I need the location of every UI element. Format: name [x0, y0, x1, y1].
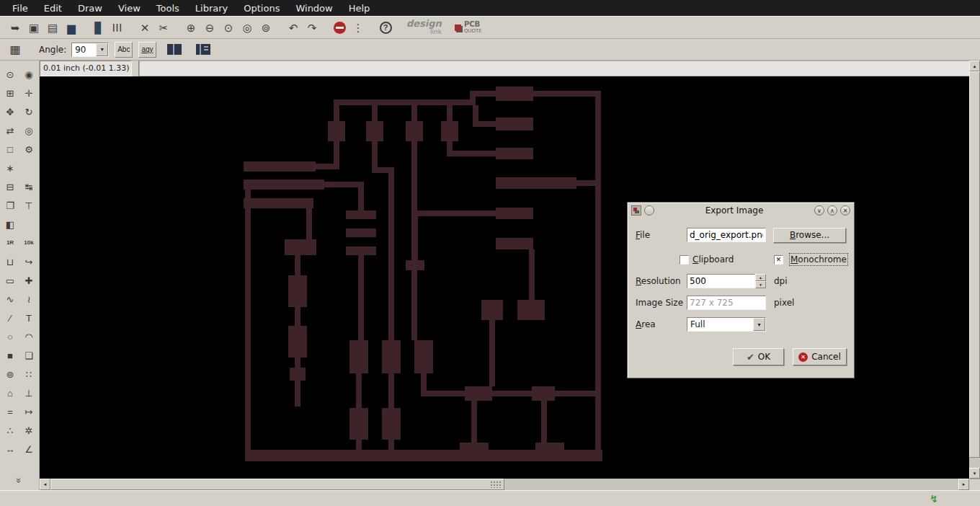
add-node-button[interactable]: ✚ — [19, 271, 38, 290]
scroll-up-button[interactable]: ▴ — [969, 61, 980, 71]
dot-tool-button[interactable]: ∗ — [1, 159, 19, 177]
zoom-all-button[interactable]: ◎ — [238, 18, 257, 37]
pin-button[interactable]: ⊤ — [19, 196, 38, 215]
snap-dots-button[interactable]: ⋮ — [349, 18, 368, 37]
measure-button[interactable]: ↔ — [1, 440, 19, 458]
window-menu-button[interactable] — [644, 205, 654, 216]
board-outline-button[interactable]: ⌂ — [1, 383, 19, 402]
monochrome-checkbox[interactable]: ✕ — [774, 255, 783, 265]
rectangle-tool-button[interactable]: □ — [1, 140, 19, 159]
origin-button[interactable]: ✛ — [19, 84, 38, 102]
menu-file[interactable]: File — [4, 1, 36, 15]
vertical-scroll-trough[interactable] — [969, 458, 980, 468]
angle-combobox[interactable]: 90 ▾ — [71, 43, 109, 57]
horizontal-scrollbar[interactable]: ◂ ▸ — [40, 479, 969, 490]
zoom-view-button[interactable]: ⊙ — [219, 18, 238, 37]
horizontal-scroll-trough[interactable] — [504, 479, 958, 490]
copy-button[interactable]: ❐ — [1, 196, 19, 215]
arc-tool-button[interactable]: ◠ — [19, 327, 38, 346]
menu-tools[interactable]: Tools — [148, 1, 187, 15]
file-input[interactable] — [687, 228, 766, 242]
area-dropdown-icon[interactable]: ▾ — [753, 318, 765, 331]
help-button[interactable]: ? — [376, 18, 395, 37]
grid-toggle-button[interactable]: ▦ — [6, 41, 24, 58]
delete-button[interactable]: ⊟ — [1, 177, 19, 196]
redo-button[interactable]: ↷ — [303, 18, 321, 37]
swap-button[interactable]: ↹ — [19, 177, 38, 196]
settings-wrench-button[interactable]: ⚙ — [19, 140, 38, 159]
zoom-out-button[interactable]: ⊖ — [200, 18, 219, 37]
angle-tool-button[interactable]: ∠ — [19, 440, 38, 458]
area-combobox[interactable]: Full ▾ — [687, 317, 766, 332]
browse-button[interactable]: Browse... — [773, 228, 846, 243]
via-array-button[interactable]: ∷ — [19, 365, 38, 383]
footprint-button[interactable]: ⊔ — [1, 252, 19, 271]
layer-stack-button[interactable]: ⊞ — [1, 84, 19, 102]
undo-button[interactable]: ↶ — [284, 18, 303, 37]
rotate-button[interactable]: ↻ — [19, 102, 38, 121]
zoom-in-button[interactable]: ⊕ — [182, 18, 200, 37]
goodies-bar-toggle-button[interactable] — [192, 41, 214, 58]
vertical-scrollbar[interactable]: ▴ ▾ — [969, 61, 980, 490]
scroll-down-button[interactable]: ▾ — [969, 468, 980, 479]
filled-shape-button[interactable]: ■ — [1, 346, 19, 365]
inductor-button[interactable]: ∿ — [1, 290, 19, 309]
library-button[interactable]: ☰ — [108, 18, 127, 37]
route-curve-button[interactable]: ↪ — [19, 252, 38, 271]
snap-target-button[interactable]: ◎ — [19, 121, 38, 140]
save-button[interactable]: ▣ — [24, 18, 43, 37]
menu-draw[interactable]: Draw — [70, 1, 110, 15]
scroll-right-button[interactable]: ▸ — [958, 479, 969, 490]
menu-help[interactable]: Help — [341, 1, 378, 15]
horizontal-scroll-thumb[interactable] — [50, 479, 504, 490]
mirror-button[interactable]: ⇄ — [1, 121, 19, 140]
auto-route-button[interactable]: ✲ — [19, 421, 38, 440]
circle-tool-button[interactable]: ○ — [1, 327, 19, 346]
dialog-titlebar[interactable]: Export Image ∨ ∧ ✕ — [628, 203, 854, 218]
freehand-button[interactable]: ≀ — [19, 290, 38, 309]
inspect-button[interactable]: ⊙ — [1, 65, 19, 84]
angle-dropdown-icon[interactable]: ▾ — [96, 43, 108, 56]
scatter-button[interactable]: ∴ — [1, 421, 19, 440]
clipboard-checkbox[interactable] — [680, 255, 689, 265]
zoom-board-button[interactable]: ⊚ — [257, 18, 275, 37]
component-button[interactable]: ▊ — [89, 18, 108, 37]
sheet-button[interactable]: ❏ — [19, 346, 38, 365]
ground-button[interactable]: ⊥ — [19, 383, 38, 402]
menu-library[interactable]: Library — [187, 1, 236, 15]
close-design-button[interactable]: ✕ — [135, 18, 154, 37]
text-style-button[interactable]: aqy — [138, 42, 156, 58]
cut-button[interactable]: ✂ — [154, 18, 173, 37]
menu-options[interactable]: Options — [236, 1, 288, 15]
close-button[interactable]: ✕ — [840, 205, 850, 216]
menu-edit[interactable]: Edit — [36, 1, 70, 15]
goto-button[interactable]: ↦ — [19, 402, 38, 421]
plot-preview-button[interactable]: ▆ — [62, 18, 81, 37]
line-tool-button[interactable]: ∕ — [1, 309, 19, 327]
lock-button[interactable]: ◧ — [1, 215, 19, 234]
roll-up-button[interactable]: ∧ — [827, 205, 837, 216]
move-button[interactable]: ✥ — [1, 102, 19, 121]
ok-button[interactable]: ✔ OK — [733, 348, 784, 365]
scroll-left-button[interactable]: ◂ — [40, 479, 50, 490]
eye-button[interactable]: ◉ — [19, 65, 38, 84]
align-button[interactable]: = — [1, 402, 19, 421]
text-abc-button[interactable]: Abc — [115, 42, 133, 58]
more-tools-button[interactable]: » — [14, 478, 24, 483]
vertical-scroll-thumb[interactable] — [969, 71, 980, 458]
donut-pad-button[interactable]: ⊚ — [1, 365, 19, 383]
spin-down-button[interactable]: ▼ — [755, 281, 766, 288]
menu-window[interactable]: Window — [288, 1, 340, 15]
spin-up-button[interactable]: ▲ — [755, 274, 766, 281]
no-entry-button[interactable] — [330, 18, 349, 37]
resistor-1r-button[interactable]: 1R — [1, 234, 19, 252]
resolution-input[interactable] — [687, 274, 755, 288]
print-button[interactable]: ▤ — [43, 18, 62, 37]
roll-down-button[interactable]: ∨ — [814, 205, 824, 216]
cancel-button[interactable]: ✕ Cancel — [793, 348, 847, 365]
interaction-bar-toggle-button[interactable] — [164, 41, 185, 58]
menu-view[interactable]: View — [110, 1, 148, 15]
export-design-button[interactable]: ➥ — [6, 18, 24, 37]
text-tool-button[interactable]: T — [19, 309, 38, 327]
resistor-10k-button[interactable]: 10k — [19, 234, 38, 252]
